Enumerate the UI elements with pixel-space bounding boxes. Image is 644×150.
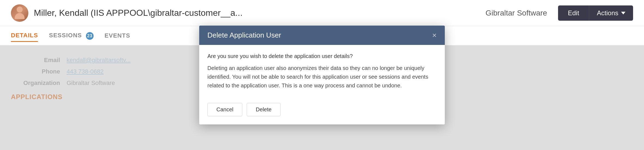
modal-description: Deleting an application user also anonym… xyxy=(207,64,437,90)
delete-user-modal: Delete Application User × Are you sure y… xyxy=(199,26,445,124)
cancel-button[interactable]: Cancel xyxy=(207,103,242,116)
modal-body: Are you sure you wish to delete the appl… xyxy=(199,45,445,103)
modal-header: Delete Application User × xyxy=(199,26,445,45)
modal-backdrop: Delete Application User × Are you sure y… xyxy=(0,0,644,150)
modal-footer: Cancel Delete xyxy=(199,103,445,124)
modal-question: Are you sure you wish to delete the appl… xyxy=(207,53,437,59)
modal-title: Delete Application User xyxy=(207,31,281,39)
modal-close-button[interactable]: × xyxy=(432,32,437,39)
delete-button[interactable]: Delete xyxy=(247,103,281,116)
